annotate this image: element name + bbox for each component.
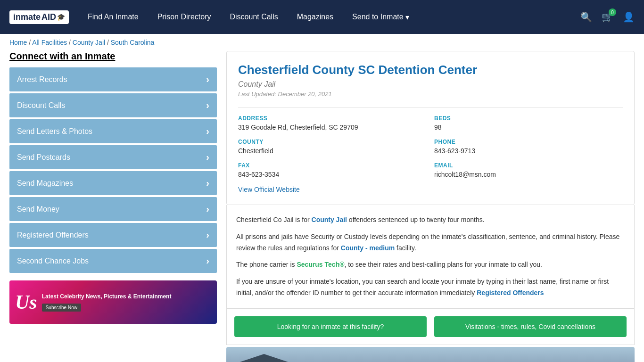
sidebar-arrow-icon: › [206,255,209,266]
sidebar-arrow-icon: › [206,152,209,163]
sidebar-item-label: Send Money [17,205,59,214]
find-inmate-button[interactable]: Looking for an inmate at this facility? [234,316,427,337]
sidebar-item-label: Send Magazines [17,179,73,188]
breadcrumb-sep2: / [69,39,73,46]
sidebar-arrow-icon: › [206,100,209,111]
sidebar-item-send-money[interactable]: Send Money › [9,197,217,221]
sidebar-item-label: Send Letters & Photos [17,127,92,136]
sidebar-item-arrest-records[interactable]: Arrest Records › [9,67,217,91]
facility-updated: Last Updated: December 20, 2021 [238,90,623,98]
sidebar-item-send-postcards[interactable]: Send Postcards › [9,145,217,169]
desc-para3: The phone carrier is Securus Tech®, to s… [236,259,625,271]
site-header: inmate AID 🎓 Find An Inmate Prison Direc… [0,0,644,34]
sidebar-item-label: Registered Offenders [17,231,89,239]
fax-value: 843-623-3534 [238,171,427,178]
county-label: COUNTY [238,139,427,145]
sidebar: Connect with an Inmate Arrest Records › … [9,51,217,362]
fax-block: FAX 843-623-3534 [238,162,427,178]
sidebar-item-send-letters[interactable]: Send Letters & Photos › [9,119,217,143]
ad-logo: Us [15,292,37,312]
phone-block: PHONE 843-623-9713 [434,139,623,155]
header-actions: 🔍 🛒 0 👤 [580,11,635,23]
nav-prison-directory[interactable]: Prison Directory [157,13,211,21]
county-value: Chesterfield [238,147,427,155]
facility-photo [226,347,635,362]
sidebar-item-send-magazines[interactable]: Send Magazines › [9,171,217,195]
desc-para2: All prisons and jails have Security or C… [236,231,625,254]
ad-tagline: Latest Celebrity News, Pictures & Entert… [42,293,211,301]
breadcrumb-sep3: / [107,39,111,46]
ad-subscribe-button[interactable]: Subscribe Now [42,304,81,312]
sidebar-menu: Arrest Records › Discount Calls › Send L… [9,67,217,273]
county-block: COUNTY Chesterfield [238,139,427,155]
main-nav: Find An Inmate Prison Directory Discount… [88,13,566,22]
sidebar-item-label: Send Postcards [17,153,70,162]
sidebar-arrow-icon: › [206,204,209,214]
ad-content: Latest Celebrity News, Pictures & Entert… [42,293,211,312]
address-value: 319 Goodale Rd, Chesterfield, SC 29709 [238,123,427,131]
beds-label: BEDS [434,115,623,122]
sidebar-item-registered-offenders[interactable]: Registered Offenders › [9,223,217,247]
logo[interactable]: inmate AID 🎓 [9,10,69,24]
sidebar-title: Connect with an Inmate [9,51,217,62]
phone-value: 843-623-9713 [434,147,623,155]
email-label: EMAIL [434,162,623,169]
building-roof [236,354,292,362]
county-jail-link[interactable]: County Jail [312,216,347,223]
breadcrumb: Home / All Facilities / County Jail / So… [0,34,644,51]
sidebar-item-second-chance-jobs[interactable]: Second Chance Jobs › [9,249,217,273]
visitation-button[interactable]: Visitations - times, rules, Covid cancel… [434,316,627,337]
breadcrumb-all-facilities[interactable]: All Facilities [32,39,67,46]
send-dropdown-icon: ▾ [405,13,409,22]
beds-value: 98 [434,123,623,131]
nav-magazines[interactable]: Magazines [297,13,333,21]
sidebar-arrow-icon: › [206,230,209,240]
desc-para1: Chesterfield Co Jail is for County Jail … [236,214,625,226]
content: Chesterfield County SC Detention Center … [226,51,635,362]
facility-info-grid: ADDRESS 319 Goodale Rd, Chesterfield, SC… [238,107,623,178]
address-block: ADDRESS 319 Goodale Rd, Chesterfield, SC… [238,115,427,131]
action-buttons: Looking for an inmate at this facility? … [226,309,635,345]
sidebar-item-discount-calls[interactable]: Discount Calls › [9,93,217,117]
sidebar-item-label: Discount Calls [17,101,65,110]
breadcrumb-home[interactable]: Home [9,39,27,46]
nav-send-to-inmate[interactable]: Send to Inmate ▾ [352,13,409,22]
facility-type: County Jail [238,80,623,89]
beds-block: BEDS 98 [434,115,623,131]
facility-description: Chesterfield Co Jail is for County Jail … [226,205,635,309]
registered-offenders-link[interactable]: Registered Offenders [477,289,544,296]
sidebar-arrow-icon: › [206,126,209,137]
advertisement[interactable]: Us Latest Celebrity News, Pictures & Ent… [9,280,217,324]
sidebar-arrow-icon: › [206,74,209,85]
cart-icon[interactable]: 🛒 0 [602,11,613,23]
sidebar-arrow-icon: › [206,178,209,189]
breadcrumb-county-jail[interactable]: County Jail [73,39,105,46]
breadcrumb-state[interactable]: South Carolina [111,39,155,46]
main-container: Connect with an Inmate Arrest Records › … [0,51,644,362]
facility-name: Chesterfield County SC Detention Center [238,63,623,77]
nav-discount-calls[interactable]: Discount Calls [230,13,278,21]
official-website-link[interactable]: View Official Website [238,186,300,193]
cart-badge: 0 [609,8,616,16]
email-value: richcolt18@msn.com [434,171,623,178]
search-icon[interactable]: 🔍 [580,11,592,23]
county-medium-link[interactable]: County - medium [341,244,395,252]
user-icon[interactable]: 👤 [623,11,635,23]
sidebar-item-label: Second Chance Jobs [17,257,89,265]
fax-label: FAX [238,162,427,169]
desc-para4: If you are unsure of your inmate's locat… [236,276,625,299]
sidebar-item-label: Arrest Records [17,75,67,84]
securus-link[interactable]: Securus Tech® [297,261,344,268]
nav-find-inmate[interactable]: Find An Inmate [88,13,139,21]
email-block: EMAIL richcolt18@msn.com [434,162,623,178]
address-label: ADDRESS [238,115,427,122]
phone-label: PHONE [434,139,623,145]
facility-card: Chesterfield County SC Detention Center … [226,51,635,205]
